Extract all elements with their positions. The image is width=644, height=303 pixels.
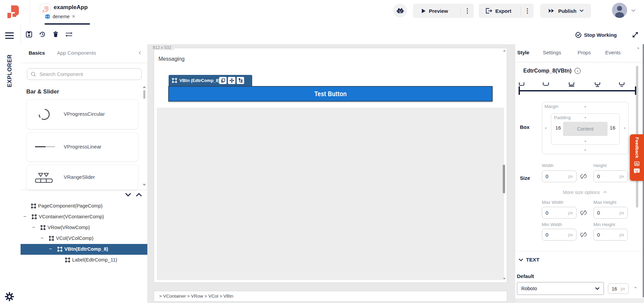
vbtn-label: Test Button (314, 90, 347, 98)
tree-collapse-minus[interactable]: − (49, 246, 52, 252)
tree-collapse-all-chevron-down-icon[interactable] (125, 193, 131, 197)
margin-right-value[interactable]: - (624, 125, 625, 131)
tree-item-vcol[interactable]: − VCol(VColComp) (21, 233, 147, 244)
component-card-vprogresslinear[interactable]: VProgressLinear (26, 133, 138, 162)
min-height-label: Min Height (593, 222, 615, 227)
design-canvas[interactable]: Messaging VBtn (EdtrComp_8) (154, 48, 507, 283)
padding-left-value[interactable]: 16 (555, 125, 561, 131)
list-scrollbar-thumb[interactable] (143, 90, 145, 99)
padding-right-value[interactable]: 16 (610, 125, 615, 131)
canvas-scrollbar-thumb[interactable] (503, 165, 505, 193)
collapse-panel-chevron[interactable]: ‹ (139, 48, 141, 57)
canvas-scroll-up-icon[interactable] (503, 50, 506, 52)
list-scroll-up-icon[interactable] (143, 86, 146, 88)
preview-button[interactable]: Preview (413, 8, 461, 14)
padding-bottom-value[interactable]: - (551, 138, 619, 144)
fullscreen-expand-icon[interactable] (632, 31, 639, 38)
hierarchy-button[interactable] (237, 77, 244, 84)
max-height-input[interactable]: 0 px (593, 207, 628, 219)
tree-item-vbtn-selected[interactable]: − VBtn(EdtrComp_8) (21, 244, 147, 255)
unlink-icon[interactable] (580, 231, 587, 238)
preview-menu-button[interactable]: ⋮ (461, 4, 474, 18)
more-size-options-label: More size options (563, 190, 600, 195)
panel-scroll-up-icon[interactable] (637, 47, 640, 49)
height-value: 0 (597, 173, 600, 179)
tree-expand-all-chevron-up-icon[interactable] (136, 193, 142, 197)
breadcrumb[interactable]: > VContainer > VRow > VCol > VBtn (159, 294, 233, 299)
tab-settings[interactable]: Settings (543, 50, 561, 55)
trash-icon[interactable] (52, 30, 59, 38)
progress-circular-icon (37, 107, 52, 122)
search-input[interactable] (39, 71, 138, 77)
topbar-divider (30, 0, 30, 25)
variant-text-icon[interactable] (618, 82, 625, 87)
font-size-input[interactable]: 16 px (608, 283, 629, 294)
stop-working-button[interactable]: Stop Working (575, 32, 617, 38)
font-scroll-down-icon[interactable] (635, 287, 637, 288)
height-input[interactable]: 0 px (593, 170, 628, 182)
vbtn-test-button[interactable]: Test Button (168, 86, 493, 102)
variant-tonal-icon[interactable] (542, 82, 550, 87)
info-icon[interactable]: i (575, 68, 581, 74)
box-model-content[interactable]: Content (563, 122, 608, 136)
tree-collapse-minus[interactable]: − (32, 224, 35, 230)
min-width-input[interactable]: 0 px (542, 229, 577, 241)
export-menu-button[interactable]: ⋮ (521, 4, 534, 18)
box-model-margin[interactable]: Margin - - - - Padding - 16 16 - Content (542, 102, 628, 154)
save-icon[interactable] (25, 31, 33, 38)
component-card-vrangeslider[interactable]: VRangeSlider (26, 165, 138, 190)
min-height-input[interactable]: 0 px (593, 229, 628, 241)
tree-collapse-minus[interactable]: − (40, 235, 43, 241)
tab-close-icon[interactable]: × (72, 14, 75, 19)
tab-events[interactable]: Events (605, 50, 621, 55)
component-card-vprogresscircular[interactable]: VProgressCircular (26, 100, 138, 129)
chevron-down-icon (519, 258, 523, 261)
page-tab-deneme[interactable]: deneme × (45, 14, 75, 19)
export-button[interactable]: Export (479, 8, 521, 14)
tab-basics[interactable]: Basics (29, 50, 45, 56)
poll-chart-icon (634, 161, 640, 166)
avatar[interactable] (612, 3, 627, 18)
vcontainer-region[interactable] (157, 108, 504, 280)
export-button-group: Export ⋮ (479, 4, 534, 18)
list-scroll-down-icon[interactable] (143, 184, 146, 186)
tree-item-pagecomponent[interactable]: PageComponent(PageComp) (21, 201, 147, 212)
tab-props[interactable]: Props (578, 50, 591, 55)
tab-style[interactable]: Style (517, 50, 529, 55)
margin-top-value[interactable]: - (542, 104, 628, 109)
unlink-icon[interactable] (580, 209, 587, 216)
variant-flat-icon[interactable] (568, 82, 575, 87)
variant-track[interactable] (519, 90, 636, 91)
margin-left-value[interactable]: - (545, 125, 547, 131)
tab-app-components[interactable]: App Components (57, 50, 96, 56)
publish-button[interactable]: Publish (540, 4, 591, 18)
width-input[interactable]: 0 px (542, 170, 577, 182)
box-model-padding[interactable]: Padding - 16 16 - Content (551, 113, 620, 145)
settings-gear-icon[interactable] (4, 292, 14, 302)
assistant-robot-button[interactable] (393, 4, 407, 18)
unlink-icon[interactable] (580, 173, 587, 180)
tree-item-vcontainer[interactable]: − VContainer(VContainerComp) (21, 212, 147, 222)
variant-elevated-icon[interactable] (594, 82, 601, 87)
tree-collapse-minus[interactable]: − (23, 214, 26, 220)
tree-item-label-component[interactable]: Label(EdtrComp_11) (21, 255, 147, 266)
account-chevron-down-icon[interactable] (631, 9, 636, 12)
text-section-header[interactable]: TEXT (519, 257, 539, 263)
tree-item-vrow[interactable]: − VRow(VRowComp) (21, 222, 147, 233)
duplicate-button[interactable] (219, 77, 227, 84)
padding-top-value[interactable]: - (551, 114, 619, 120)
move-button[interactable] (228, 77, 235, 84)
section-divider (515, 251, 641, 251)
feedback-tab[interactable]: Feedback (630, 134, 644, 181)
variant-outlined-icon[interactable] (518, 82, 525, 87)
history-icon[interactable] (38, 31, 46, 38)
more-size-options-toggle[interactable]: More size options (542, 189, 628, 195)
canvas-scroll-down-icon[interactable] (503, 278, 506, 280)
component-search[interactable] (27, 68, 142, 80)
margin-bottom-value[interactable]: - (542, 147, 628, 153)
component-explorer-panel: Basics App Components ‹ Bar & Slider VPr… (21, 44, 147, 303)
max-width-input[interactable]: 0 px (542, 207, 577, 219)
font-family-select[interactable]: Roboto (517, 282, 604, 295)
menu-hamburger-icon[interactable] (5, 32, 14, 40)
transfer-icon[interactable] (65, 31, 73, 37)
